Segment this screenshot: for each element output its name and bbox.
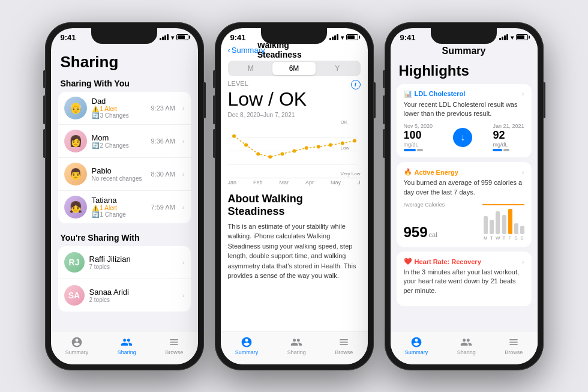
tab-sharing-walking[interactable]: Sharing — [287, 336, 306, 355]
contact-dad-alert: ⚠️ 1 Alert — [92, 106, 146, 112]
ldl-card[interactable]: 📊 LDL Cholesterol › Your recent LDL Chol… — [397, 84, 532, 158]
status-time-summary: 9:41 — [400, 33, 416, 42]
status-icons-walking: ▾ — [329, 34, 358, 41]
contact-mom-changes: 🔄 2 Changes — [92, 142, 146, 149]
svg-point-8 — [328, 143, 332, 146]
contact-tatiana-info: Tatiana ⚠️ 1 Alert 🔄 1 Change — [92, 196, 146, 218]
energy-text: You burned an average of 959 calories a … — [404, 178, 524, 197]
ldl-header: 📊 LDL Cholesterol › — [404, 90, 524, 98]
ldl-value2-block: Jan 21, 2021 92 mg/dL — [493, 123, 524, 151]
contact-pablo-changes: No recent changes — [92, 175, 146, 182]
contacts-list: 👴 Dad ⚠️ 1 Alert 🔄 3 Changes 9:23 AM › — [58, 92, 191, 223]
battery-icon — [176, 34, 188, 40]
tab-sharing-sharing[interactable]: Sharing — [118, 336, 136, 355]
share-item-sanaa[interactable]: SA Sanaa Aridi 2 topics › — [58, 279, 191, 312]
iphone-summary: 9:41 ▾ Summary Highlights — [385, 22, 544, 370]
info-icon[interactable]: i — [351, 80, 361, 89]
chart-label-low: Low — [341, 145, 361, 151]
about-title: About Walking Steadiness — [228, 193, 361, 218]
iphone-sharing: 9:41 ▾ Sharing Sharing With You — [45, 22, 204, 370]
tab-summary-sharing[interactable]: Summary — [65, 336, 89, 355]
about-text: This is an estimate of your stability wh… — [228, 222, 361, 281]
chevron-ldl: › — [522, 90, 524, 97]
segment-control: M 6M Y — [228, 61, 361, 76]
contact-pablo-name: Pablo — [92, 166, 146, 175]
down-arrow-icon: ↓ — [453, 128, 472, 147]
contact-dad-time: 9:23 AM — [151, 104, 175, 112]
chart-label-mar: Mar — [280, 179, 289, 185]
share-info-sanaa: Sanaa Aridi 2 topics — [89, 288, 178, 303]
ldl-icon: 📊 — [404, 90, 412, 98]
tab-label-summary-2: Summary — [235, 349, 259, 355]
contact-dad[interactable]: 👴 Dad ⚠️ 1 Alert 🔄 3 Changes 9:23 AM › — [58, 92, 191, 125]
share-name-raffi: Raffi Jilizian — [89, 255, 178, 264]
battery-icon-summary — [516, 34, 528, 40]
cal-bar-t2: T — [502, 215, 506, 241]
chevron-icon-tatiana: › — [182, 204, 185, 211]
avatar-pablo: 👨 — [64, 163, 87, 185]
sharing-screen: 9:41 ▾ Sharing Sharing With You — [51, 28, 198, 364]
svg-point-0 — [232, 134, 236, 137]
tab-label-browse-2: Browse — [335, 349, 353, 355]
contact-dad-name: Dad — [92, 97, 146, 106]
cal-bar-s2: S — [520, 226, 524, 241]
sharing-content: Sharing Sharing With You 👴 Dad ⚠️ 1 Aler… — [51, 43, 198, 346]
tab-label-sharing-1: Sharing — [118, 349, 136, 355]
tab-summary-walking[interactable]: Summary — [235, 336, 259, 355]
svg-point-3 — [268, 155, 272, 158]
seg-btn-m[interactable]: M — [229, 62, 272, 75]
chevron-icon-pablo: › — [182, 170, 185, 178]
tab-browse-summary[interactable]: Browse — [505, 336, 523, 355]
tab-sharing-summary[interactable]: Sharing — [457, 336, 476, 355]
share-topics-raffi: 7 topics — [89, 264, 178, 270]
chart-label-apr: Apr — [305, 179, 314, 185]
avatar-dad: 👴 — [64, 97, 87, 119]
iphone-walking: 9:41 ▾ ‹ — [215, 22, 374, 370]
battery-icon-walking — [346, 34, 358, 40]
heart-rate-card[interactable]: ❤️ Heart Rate: Recovery › In the 3 minut… — [397, 252, 532, 306]
contact-pablo[interactable]: 👨 Pablo No recent changes 8:30 AM › — [58, 158, 191, 191]
share-item-raffi[interactable]: RJ Raffi Jilizian 7 topics › — [58, 246, 191, 279]
chevron-energy: › — [522, 169, 524, 176]
contact-tatiana-alert: ⚠️ 1 Alert — [92, 205, 146, 211]
ldl-values: Nov 5, 2020 100 mg/dL ↓ Jan 21, 2021 92 — [404, 123, 524, 151]
signal-icon-walking — [329, 34, 338, 40]
svg-point-7 — [316, 145, 320, 148]
chart-label-may: May — [331, 179, 341, 185]
contact-dad-changes: 🔄 3 Changes — [92, 112, 146, 119]
signal-icon — [160, 34, 169, 40]
ldl-unit1: mg/dL — [404, 142, 433, 148]
contact-tatiana-time: 7:59 AM — [151, 204, 175, 211]
svg-point-6 — [304, 146, 308, 149]
level-date: Dec 8, 2020–Jun 7, 2021 — [228, 112, 307, 118]
contact-mom-name: Mom — [92, 133, 146, 142]
chart-right-labels: OK Low Very Low — [341, 118, 361, 178]
contact-dad-info: Dad ⚠️ 1 Alert 🔄 3 Changes — [92, 97, 146, 119]
cal-bar-m: M — [484, 216, 488, 241]
cal-bar-w: W — [496, 211, 500, 241]
cal-bar-s1: S — [514, 223, 518, 241]
seg-btn-6m[interactable]: 6M — [272, 62, 316, 75]
energy-card[interactable]: 🔥 Active Energy › You burned an average … — [397, 162, 532, 247]
heart-text: In the 3 minutes after your last workout… — [404, 268, 524, 295]
ldl-date2: Jan 21, 2021 — [493, 123, 524, 129]
chart-label-jan: Jan — [228, 179, 237, 185]
contact-tatiana[interactable]: 👧 Tatiana ⚠️ 1 Alert 🔄 1 Change 7:59 AM … — [58, 191, 191, 223]
chart-label-feb: Feb — [253, 179, 263, 185]
tab-label-browse-3: Browse — [505, 349, 523, 355]
phones-container: 9:41 ▾ Sharing Sharing With You — [45, 22, 544, 370]
tab-bar-walking: Summary Sharing Browse — [221, 331, 368, 364]
contact-pablo-time: 8:30 AM — [151, 170, 175, 178]
tab-browse-walking[interactable]: Browse — [335, 336, 353, 355]
chevron-icon-raffi: › — [182, 259, 185, 266]
sharing-with-you-title: Sharing With You — [51, 74, 198, 92]
signal-icon-summary — [499, 34, 508, 40]
chart-label-ok: OK — [341, 119, 361, 125]
tab-browse-sharing[interactable]: Browse — [165, 336, 183, 355]
ldl-date1: Nov 5, 2020 — [404, 123, 433, 129]
wifi-icon-walking: ▾ — [341, 34, 344, 41]
seg-btn-y[interactable]: Y — [316, 62, 359, 75]
tab-summary-summary[interactable]: Summary — [405, 336, 428, 355]
ldl-value2: 92 — [493, 129, 524, 142]
contact-mom[interactable]: 👩 Mom 🔄 2 Changes 9:36 AM › — [58, 125, 191, 158]
